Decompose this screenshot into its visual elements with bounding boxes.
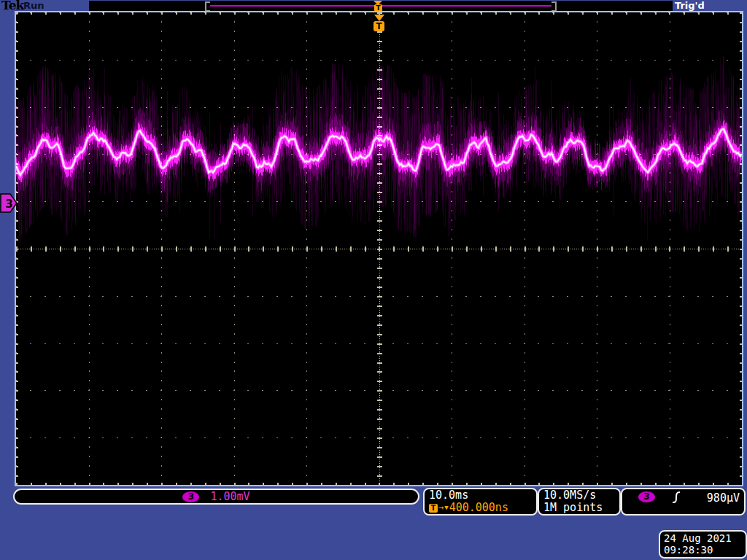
trigger-delay-value: 400.000ns	[449, 502, 508, 514]
screen-frame	[15, 11, 743, 486]
acquisition-status: Run	[23, 0, 44, 11]
record-view-bar[interactable]: T	[89, 1, 673, 11]
channel-vertical-scale: 1.00mV	[210, 490, 249, 503]
trigger-source-badge: 3	[638, 491, 655, 502]
record-length: 1M points	[543, 502, 619, 514]
trigger-t-badge: T	[374, 21, 384, 31]
acquisition-readout[interactable]: 10.0MS/s 1M points	[538, 488, 621, 516]
arrow-right-icon: →	[438, 502, 444, 514]
record-view-left-bracket-icon	[205, 1, 210, 12]
trigger-level: 980µV	[707, 491, 740, 505]
trigger-status: Trig'd	[675, 0, 705, 11]
top-status-bar: Tek Run T Trig'd	[0, 0, 747, 11]
channel-readout[interactable]: 3 1.00mV	[13, 489, 419, 505]
horizontal-readout[interactable]: 10.0ms T→▼400.000ns	[423, 488, 538, 516]
graticule-waveform-canvas[interactable]	[16, 12, 742, 485]
datetime-readout[interactable]: 24 Aug 2021 09:28:30	[659, 530, 747, 559]
channel-3-badge: 3	[182, 491, 199, 502]
triangle-down-icon: ▼	[444, 502, 448, 514]
record-trigger-position-icon[interactable]: T	[374, 1, 382, 5]
date-label: 24 Aug 2021	[664, 532, 746, 544]
triangle-down-icon	[374, 15, 384, 21]
channel-3-ground-marker[interactable]: 3	[0, 193, 18, 213]
time-label: 09:28:30	[664, 544, 746, 556]
sample-rate: 10.0MS/s	[543, 489, 619, 502]
trigger-position-marker[interactable]: T	[374, 15, 384, 31]
trigger-delay-row: T→▼400.000ns	[429, 502, 536, 514]
rising-edge-icon	[671, 491, 681, 504]
delay-t-badge: T	[429, 504, 438, 513]
trigger-readout[interactable]: 3 980µV	[621, 488, 746, 516]
time-per-division: 10.0ms	[429, 489, 536, 502]
record-view-right-bracket-icon	[551, 1, 557, 12]
channel-marker-label: 3	[6, 198, 13, 211]
